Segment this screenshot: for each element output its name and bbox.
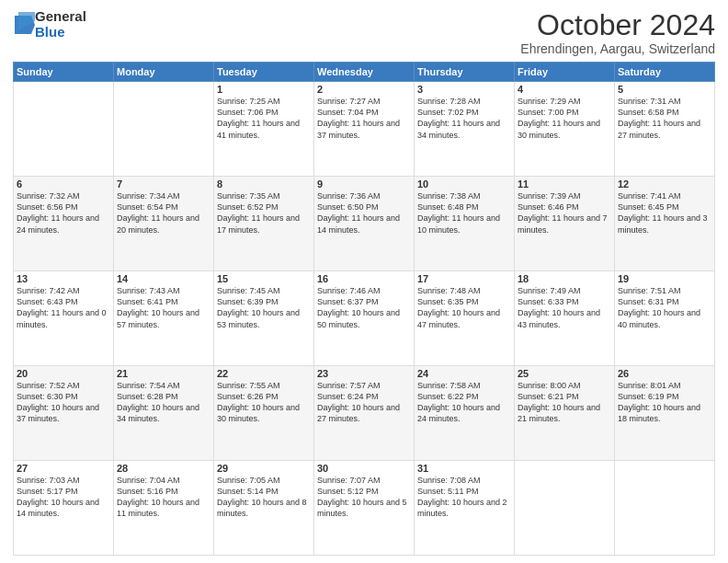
day-info: Sunrise: 7:42 AMSunset: 6:43 PMDaylight:…	[17, 285, 110, 330]
calendar-week-row: 20Sunrise: 7:52 AMSunset: 6:30 PMDayligh…	[14, 366, 715, 461]
day-info: Sunrise: 7:04 AMSunset: 5:16 PMDaylight:…	[117, 475, 210, 520]
day-number: 7	[117, 178, 210, 190]
calendar-cell: 2Sunrise: 7:27 AMSunset: 7:04 PMDaylight…	[314, 82, 415, 177]
day-info: Sunrise: 7:31 AMSunset: 6:58 PMDaylight:…	[618, 96, 711, 141]
logo: General Blue	[13, 9, 86, 40]
day-number: 31	[417, 463, 511, 474]
page-header: General Blue October 2024 Ehrendingen, A…	[13, 9, 715, 56]
calendar-cell: 22Sunrise: 7:55 AMSunset: 6:26 PMDayligh…	[214, 366, 314, 461]
day-number: 29	[217, 463, 311, 474]
location-text: Ehrendingen, Aargau, Switzerland	[520, 41, 715, 56]
logo-icon	[15, 12, 35, 38]
day-number: 14	[117, 273, 210, 284]
day-info: Sunrise: 7:34 AMSunset: 6:54 PMDaylight:…	[117, 190, 210, 236]
day-number: 3	[417, 84, 511, 95]
calendar-cell: 15Sunrise: 7:45 AMSunset: 6:39 PMDayligh…	[214, 271, 314, 366]
day-number: 25	[518, 368, 611, 379]
day-info: Sunrise: 7:58 AMSunset: 6:22 PMDaylight:…	[417, 380, 511, 425]
calendar-cell: 29Sunrise: 7:05 AMSunset: 5:14 PMDayligh…	[214, 461, 314, 556]
day-info: Sunrise: 7:38 AMSunset: 6:48 PMDaylight:…	[417, 190, 511, 236]
calendar-cell: 18Sunrise: 7:49 AMSunset: 6:33 PMDayligh…	[515, 271, 615, 366]
logo-general-text: General	[35, 9, 86, 25]
calendar-cell: 10Sunrise: 7:38 AMSunset: 6:48 PMDayligh…	[415, 177, 515, 271]
day-number: 2	[317, 84, 411, 95]
day-number: 11	[518, 178, 611, 190]
day-info: Sunrise: 7:08 AMSunset: 5:11 PMDaylight:…	[417, 475, 511, 520]
day-info: Sunrise: 7:46 AMSunset: 6:37 PMDaylight:…	[317, 285, 411, 330]
day-number: 19	[618, 273, 711, 284]
calendar-cell: 9Sunrise: 7:36 AMSunset: 6:50 PMDaylight…	[314, 177, 415, 271]
day-number: 17	[417, 273, 511, 284]
day-number: 15	[217, 273, 311, 284]
calendar-cell: 7Sunrise: 7:34 AMSunset: 6:54 PMDaylight…	[114, 177, 214, 271]
day-header-saturday: Saturday	[615, 63, 715, 82]
calendar-cell: 19Sunrise: 7:51 AMSunset: 6:31 PMDayligh…	[615, 271, 715, 366]
day-header-wednesday: Wednesday	[314, 63, 415, 82]
calendar-cell: 31Sunrise: 7:08 AMSunset: 5:11 PMDayligh…	[415, 461, 515, 556]
day-info: Sunrise: 7:36 AMSunset: 6:50 PMDaylight:…	[317, 190, 411, 236]
calendar-week-row: 1Sunrise: 7:25 AMSunset: 7:06 PMDaylight…	[14, 82, 715, 177]
day-number: 22	[217, 368, 311, 379]
day-number: 10	[417, 178, 511, 190]
calendar-cell: 24Sunrise: 7:58 AMSunset: 6:22 PMDayligh…	[415, 366, 515, 461]
day-header-thursday: Thursday	[415, 63, 515, 82]
day-info: Sunrise: 7:25 AMSunset: 7:06 PMDaylight:…	[217, 96, 311, 141]
day-info: Sunrise: 7:52 AMSunset: 6:30 PMDaylight:…	[17, 380, 110, 425]
day-header-sunday: Sunday	[14, 63, 114, 82]
calendar-week-row: 27Sunrise: 7:03 AMSunset: 5:17 PMDayligh…	[14, 461, 715, 556]
month-title: October 2024	[520, 9, 715, 41]
day-header-friday: Friday	[515, 63, 615, 82]
day-info: Sunrise: 7:03 AMSunset: 5:17 PMDaylight:…	[17, 475, 110, 520]
logo-blue-text: Blue	[35, 25, 86, 40]
calendar-cell: 4Sunrise: 7:29 AMSunset: 7:00 PMDaylight…	[515, 82, 615, 177]
day-info: Sunrise: 7:05 AMSunset: 5:14 PMDaylight:…	[217, 475, 311, 520]
day-info: Sunrise: 7:27 AMSunset: 7:04 PMDaylight:…	[317, 96, 411, 141]
title-block: October 2024 Ehrendingen, Aargau, Switze…	[520, 9, 715, 56]
calendar-cell: 12Sunrise: 7:41 AMSunset: 6:45 PMDayligh…	[615, 177, 715, 271]
day-number: 8	[217, 178, 311, 190]
calendar-cell: 1Sunrise: 7:25 AMSunset: 7:06 PMDaylight…	[214, 82, 314, 177]
calendar-table: SundayMondayTuesdayWednesdayThursdayFrid…	[13, 62, 715, 556]
calendar-cell: 26Sunrise: 8:01 AMSunset: 6:19 PMDayligh…	[615, 366, 715, 461]
calendar-cell: 3Sunrise: 7:28 AMSunset: 7:02 PMDaylight…	[415, 82, 515, 177]
calendar-cell: 16Sunrise: 7:46 AMSunset: 6:37 PMDayligh…	[314, 271, 415, 366]
day-info: Sunrise: 8:01 AMSunset: 6:19 PMDaylight:…	[618, 380, 711, 425]
calendar-cell: 13Sunrise: 7:42 AMSunset: 6:43 PMDayligh…	[14, 271, 114, 366]
calendar-week-row: 13Sunrise: 7:42 AMSunset: 6:43 PMDayligh…	[14, 271, 715, 366]
calendar-week-row: 6Sunrise: 7:32 AMSunset: 6:56 PMDaylight…	[14, 177, 715, 271]
day-number: 12	[618, 178, 711, 190]
calendar-cell: 27Sunrise: 7:03 AMSunset: 5:17 PMDayligh…	[14, 461, 114, 556]
day-info: Sunrise: 7:41 AMSunset: 6:45 PMDaylight:…	[618, 190, 711, 236]
day-info: Sunrise: 7:35 AMSunset: 6:52 PMDaylight:…	[217, 190, 311, 236]
calendar-cell: 5Sunrise: 7:31 AMSunset: 6:58 PMDaylight…	[615, 82, 715, 177]
day-info: Sunrise: 7:29 AMSunset: 7:00 PMDaylight:…	[518, 96, 611, 141]
day-info: Sunrise: 7:57 AMSunset: 6:24 PMDaylight:…	[317, 380, 411, 425]
day-number: 9	[317, 178, 411, 190]
day-info: Sunrise: 7:28 AMSunset: 7:02 PMDaylight:…	[417, 96, 511, 141]
day-number: 16	[317, 273, 411, 284]
day-info: Sunrise: 8:00 AMSunset: 6:21 PMDaylight:…	[518, 380, 611, 425]
calendar-cell: 17Sunrise: 7:48 AMSunset: 6:35 PMDayligh…	[415, 271, 515, 366]
calendar-cell: 25Sunrise: 8:00 AMSunset: 6:21 PMDayligh…	[515, 366, 615, 461]
day-header-tuesday: Tuesday	[214, 63, 314, 82]
day-info: Sunrise: 7:43 AMSunset: 6:41 PMDaylight:…	[117, 285, 210, 330]
calendar-cell: 21Sunrise: 7:54 AMSunset: 6:28 PMDayligh…	[114, 366, 214, 461]
day-info: Sunrise: 7:07 AMSunset: 5:12 PMDaylight:…	[317, 475, 411, 520]
day-info: Sunrise: 7:39 AMSunset: 6:46 PMDaylight:…	[518, 190, 611, 236]
day-number: 26	[618, 368, 711, 379]
day-info: Sunrise: 7:55 AMSunset: 6:26 PMDaylight:…	[217, 380, 311, 425]
calendar-cell: 8Sunrise: 7:35 AMSunset: 6:52 PMDaylight…	[214, 177, 314, 271]
calendar-cell: 23Sunrise: 7:57 AMSunset: 6:24 PMDayligh…	[314, 366, 415, 461]
calendar-cell	[515, 461, 615, 556]
calendar-cell: 30Sunrise: 7:07 AMSunset: 5:12 PMDayligh…	[314, 461, 415, 556]
day-number: 1	[217, 84, 311, 95]
day-number: 23	[317, 368, 411, 379]
calendar-header-row: SundayMondayTuesdayWednesdayThursdayFrid…	[14, 63, 715, 82]
day-number: 18	[518, 273, 611, 284]
calendar-cell: 14Sunrise: 7:43 AMSunset: 6:41 PMDayligh…	[114, 271, 214, 366]
day-info: Sunrise: 7:49 AMSunset: 6:33 PMDaylight:…	[518, 285, 611, 330]
day-info: Sunrise: 7:51 AMSunset: 6:31 PMDaylight:…	[618, 285, 711, 330]
day-number: 20	[17, 368, 110, 379]
day-info: Sunrise: 7:54 AMSunset: 6:28 PMDaylight:…	[117, 380, 210, 425]
day-number: 28	[117, 463, 210, 474]
